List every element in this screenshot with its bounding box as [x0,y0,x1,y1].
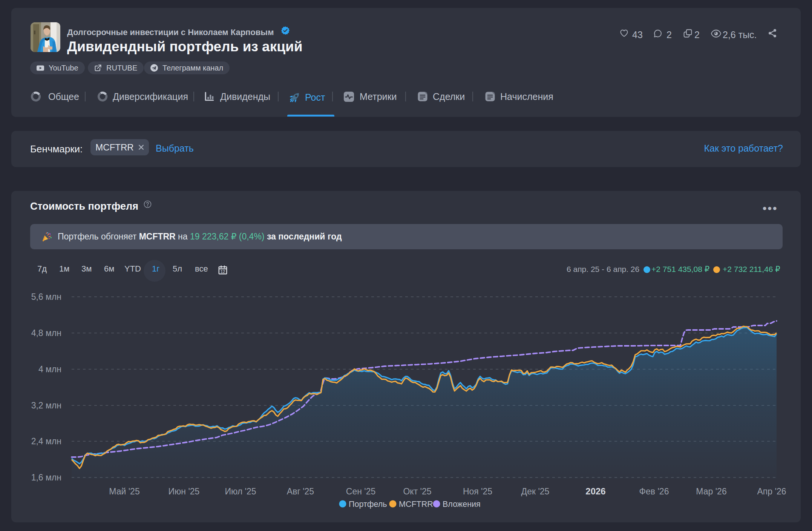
svg-text:Дек '25: Дек '25 [521,486,550,496]
svg-text:Фев '26: Фев '26 [639,486,669,496]
svg-text:2026: 2026 [585,486,605,496]
svg-text:Сен '25: Сен '25 [346,486,375,496]
svg-text:3,2 млн: 3,2 млн [31,401,61,410]
svg-text:5,6 млн: 5,6 млн [31,292,61,302]
svg-text:Вложения: Вложения [443,500,481,509]
svg-text:4 млн: 4 млн [38,364,61,374]
svg-text:1,6 млн: 1,6 млн [31,473,61,482]
svg-text:Мар '26: Мар '26 [696,486,726,496]
svg-text:Май '25: Май '25 [109,486,139,496]
svg-text:Июл '25: Июл '25 [225,486,256,496]
svg-text:12: 12 [221,269,225,274]
svg-text:2,4 млн: 2,4 млн [31,436,61,446]
svg-text:4,8 млн: 4,8 млн [31,328,61,338]
svg-text:MCFTRR: MCFTRR [399,500,433,509]
svg-text:Окт '25: Окт '25 [403,486,431,496]
svg-text:Авг '25: Авг '25 [287,486,314,496]
svg-text:Апр '26: Апр '26 [757,486,786,496]
svg-text:Ноя '25: Ноя '25 [463,486,492,496]
svg-text:Июн '25: Июн '25 [169,486,200,496]
svg-text:Портфель: Портфель [349,500,387,509]
